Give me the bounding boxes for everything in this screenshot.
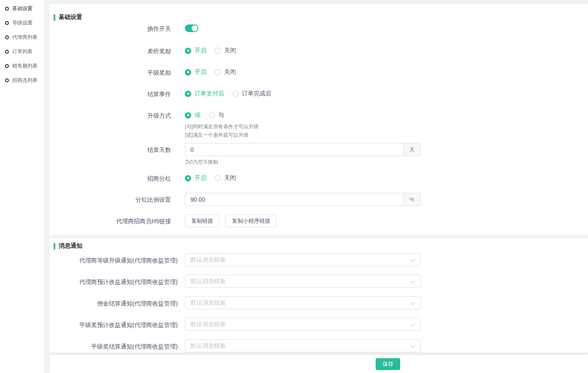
- section-title-text: 基础设置: [59, 14, 82, 21]
- select-placeholder: 默认消息模板: [190, 256, 226, 264]
- message-notify-card: 消息通知 代理商等级升级通知(代理商收益管理) 默认消息模板 代理商预计收益通知…: [49, 238, 588, 352]
- toggle-knob: [192, 25, 198, 31]
- radio-checked-icon: [185, 91, 191, 97]
- radio-label: 开启: [195, 47, 206, 54]
- radio-label: 订单支付后: [195, 90, 224, 97]
- sidebar-item-order-list[interactable]: 订单列表: [0, 44, 44, 59]
- diff-reward-off-radio[interactable]: 关闭: [215, 47, 236, 54]
- select-placeholder: 默认消息模板: [190, 321, 226, 328]
- sidebar-item-level-settings[interactable]: 等级设置: [0, 16, 44, 30]
- notify-level-upgrade-label: 代理商等级升级通知(代理商收益管理): [54, 253, 185, 264]
- chevron-down-icon: [410, 300, 415, 305]
- settle-days-label: 结算天数: [54, 143, 185, 154]
- sidebar-item-label: 订单列表: [12, 48, 33, 55]
- circle-icon: [5, 21, 9, 25]
- radio-unchecked-icon: [215, 69, 221, 75]
- sidebar-item-sales-list[interactable]: 销售额列表: [0, 59, 44, 73]
- radio-label: 关闭: [224, 47, 236, 54]
- notify-peer-expected-select[interactable]: 默认消息模板: [185, 318, 421, 331]
- notify-expected-income-label: 代理商预计收益通知(代理商收益管理): [54, 275, 185, 286]
- sidebar-item-agent-list[interactable]: 代理商列表: [0, 30, 44, 44]
- title-accent-bar: [54, 14, 55, 21]
- dividend-ratio-input[interactable]: [185, 193, 403, 206]
- circle-icon: [5, 50, 9, 54]
- upgrade-mode-and-radio[interactable]: 与: [209, 111, 224, 119]
- circle-icon: [5, 78, 9, 82]
- settle-days-unit: 天: [403, 143, 421, 156]
- radio-checked-icon: [185, 112, 191, 119]
- radio-checked-icon: [185, 69, 191, 76]
- copy-link-button[interactable]: 复制链接: [185, 214, 219, 227]
- radio-label: 与: [218, 111, 224, 119]
- dividend-ratio-unit: %: [403, 193, 421, 206]
- notify-peer-settle-select[interactable]: 默认消息模板: [185, 339, 421, 352]
- invest-dividend-off-radio[interactable]: 关闭: [215, 174, 236, 182]
- chevron-down-icon: [410, 343, 415, 348]
- notify-expected-income-select[interactable]: 默认消息模板: [185, 275, 421, 288]
- upgrade-mode-or-radio[interactable]: 或: [185, 111, 201, 119]
- copy-miniprogram-link-button[interactable]: 复制小程序链接: [225, 214, 276, 227]
- sidebar-item-basic-settings[interactable]: 基础设置: [0, 1, 44, 16]
- footer-bar: 保存: [49, 355, 588, 373]
- sidebar-item-label: 销售额列表: [12, 62, 38, 70]
- chevron-down-icon: [410, 322, 415, 326]
- radio-label: 开启: [195, 68, 206, 76]
- select-placeholder: 默认消息模板: [190, 278, 226, 285]
- sidebar-item-recruiter-list[interactable]: 招商员列表: [0, 73, 44, 87]
- main-content: 基础设置 插件开关 差价奖励 开启 关闭: [49, 4, 588, 373]
- radio-unchecked-icon: [209, 112, 215, 118]
- radio-label: 或: [195, 111, 201, 119]
- radio-unchecked-icon: [233, 91, 238, 97]
- circle-icon: [5, 7, 9, 11]
- radio-checked-icon: [185, 48, 191, 54]
- sidebar: 基础设置 等级设置 代理商列表 订单列表 销售额列表 招商员列表: [0, 0, 45, 373]
- settle-days-help: 为0为空不限制: [185, 159, 421, 165]
- peer-reward-on-radio[interactable]: 开启: [185, 68, 206, 76]
- upgrade-mode-help-and: [与]同时满足所有条件才可以升级: [185, 124, 259, 130]
- sidebar-item-label: 基础设置: [12, 5, 33, 12]
- invest-dividend-on-radio[interactable]: 开启: [185, 174, 206, 182]
- upgrade-mode-label: 升级方式: [54, 111, 185, 119]
- basic-settings-title: 基础设置: [54, 14, 580, 21]
- plugin-switch-label: 插件开关: [54, 24, 185, 32]
- notify-peer-expected-label: 平级奖预计收益通知(代理商收益管理): [54, 318, 185, 329]
- settle-event-completed-radio[interactable]: 订单完成后: [233, 90, 271, 97]
- title-accent-bar: [54, 243, 55, 249]
- peer-reward-label: 平级奖励: [54, 68, 185, 76]
- basic-settings-card: 基础设置 插件开关 差价奖励 开启 关闭: [49, 4, 588, 235]
- invest-dividend-label: 招商分红: [54, 174, 185, 182]
- radio-checked-icon: [185, 175, 191, 181]
- message-notify-title: 消息通知: [54, 242, 580, 250]
- select-placeholder: 默认消息模板: [190, 299, 226, 307]
- save-button[interactable]: 保存: [376, 358, 400, 370]
- upgrade-mode-help-or: [或]满足一个条件就可以升级: [185, 132, 259, 138]
- settle-days-input[interactable]: [185, 143, 403, 156]
- h5-link-label: 代理商招商员H5链接: [54, 214, 185, 225]
- notify-peer-settle-label: 平级奖结算通知(代理商收益管理): [54, 339, 185, 350]
- notify-commission-settle-select[interactable]: 默认消息模板: [185, 296, 421, 309]
- peer-reward-off-radio[interactable]: 关闭: [215, 68, 236, 76]
- dividend-ratio-label: 分红比例设置: [54, 193, 185, 203]
- radio-label: 关闭: [224, 68, 236, 76]
- radio-unchecked-icon: [215, 175, 221, 181]
- chevron-down-icon: [410, 257, 415, 262]
- diff-reward-on-radio[interactable]: 开启: [185, 47, 206, 54]
- sidebar-item-label: 等级设置: [12, 19, 33, 27]
- sidebar-item-label: 代理商列表: [12, 34, 38, 41]
- radio-label: 关闭: [224, 174, 236, 182]
- circle-icon: [5, 35, 9, 39]
- settle-event-label: 结算事件: [54, 90, 185, 98]
- notify-level-upgrade-select[interactable]: 默认消息模板: [185, 253, 421, 266]
- radio-unchecked-icon: [215, 48, 221, 54]
- chevron-down-icon: [410, 278, 415, 283]
- section-title-text: 消息通知: [59, 242, 82, 250]
- settle-event-paid-radio[interactable]: 订单支付后: [185, 90, 224, 97]
- radio-label: 开启: [195, 174, 206, 182]
- notify-commission-settle-label: 佣金结算通知(代理商收益管理): [54, 296, 185, 307]
- select-placeholder: 默认消息模板: [190, 342, 226, 350]
- sidebar-item-label: 招商员列表: [12, 77, 38, 84]
- plugin-switch-toggle[interactable]: [185, 24, 198, 32]
- radio-label: 订单完成后: [242, 90, 271, 97]
- diff-reward-label: 差价奖励: [54, 47, 185, 55]
- circle-icon: [5, 64, 9, 68]
